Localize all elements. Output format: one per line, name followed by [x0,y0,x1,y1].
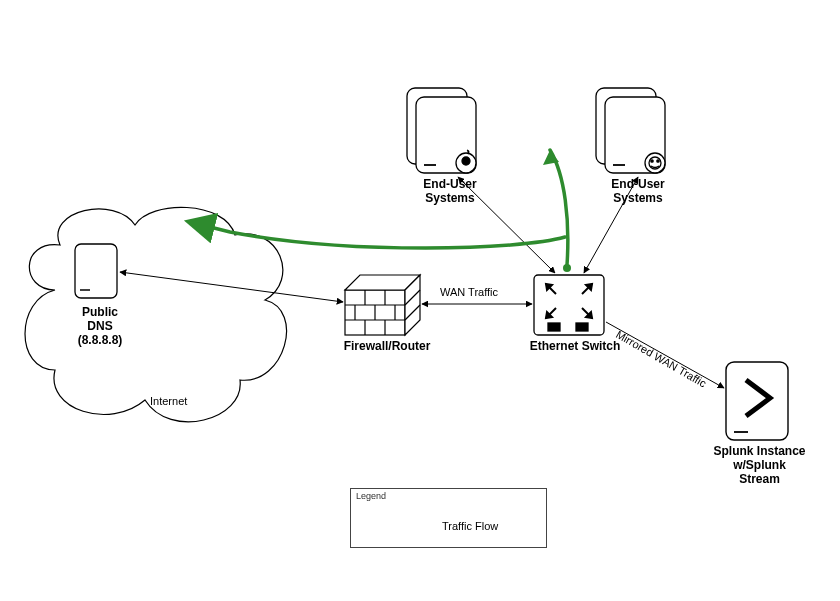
svg-rect-14 [534,275,604,335]
wan-traffic-label: WAN Traffic [440,286,498,298]
enduser1-label: End-UserSystems [410,178,490,206]
splunk-label: Splunk Instancew/SplunkStream [702,445,817,486]
svg-point-30 [651,160,653,162]
public-dns-node [75,244,117,298]
legend-title: Legend [356,491,386,501]
enduser-right-node [596,88,665,173]
enduser2-label: End-UserSystems [598,178,678,206]
svg-point-28 [645,153,665,173]
internet-cloud [25,207,287,421]
svg-rect-20 [576,323,588,331]
public-dns-label: PublicDNS(8.8.8.8) [70,306,130,347]
firewall-node [345,275,420,335]
firewall-label: Firewall/Router [332,340,442,354]
internet-label: Internet [150,395,187,408]
svg-rect-19 [548,323,560,331]
switch-node [534,275,604,335]
switch-label: Ethernet Switch [520,340,630,354]
svg-rect-32 [726,362,788,440]
splunk-node [726,362,788,440]
enduser-left-node [407,88,476,173]
svg-point-31 [657,160,659,162]
legend-flow-label: Traffic Flow [442,520,498,533]
